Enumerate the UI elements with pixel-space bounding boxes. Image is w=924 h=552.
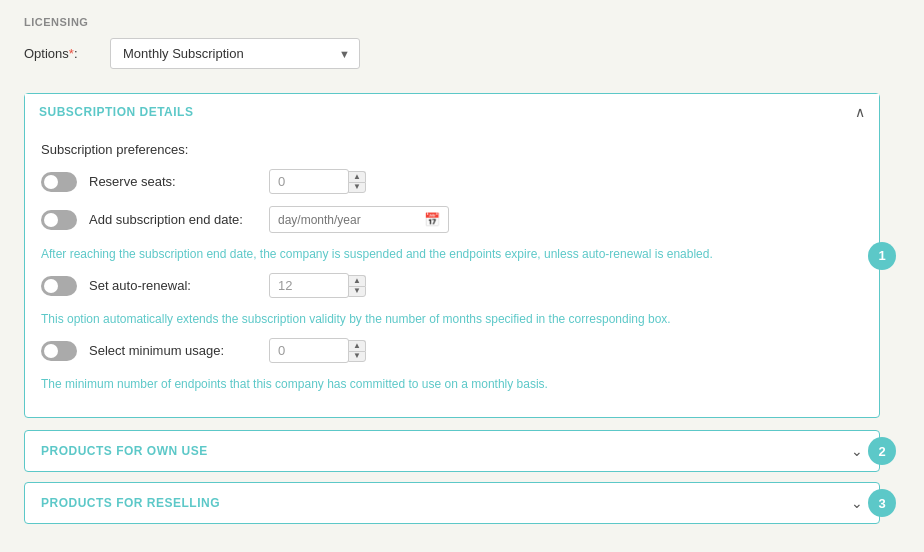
products-own-use-wrapper: PRODUCTS FOR OWN USE ⌄ 2 (24, 430, 880, 472)
info-text-min-usage: The minimum number of endpoints that thi… (41, 375, 863, 393)
step-indicator-1: 1 (868, 242, 896, 270)
end-date-toggle[interactable] (41, 210, 77, 230)
auto-renewal-input[interactable] (269, 273, 349, 298)
min-usage-input-wrapper: ▲ ▼ (269, 338, 366, 363)
reserve-seats-spinner[interactable]: ▲ ▼ (348, 171, 366, 193)
reserve-seats-row: Reserve seats: ▲ ▼ (41, 169, 863, 194)
products-own-use-chevron-icon: ⌄ (851, 443, 863, 459)
options-row: Options*: Monthly SubscriptionAnnual Sub… (24, 38, 900, 69)
products-reselling-title: PRODUCTS FOR RESELLING (41, 496, 220, 510)
subscription-details-section: SUBSCRIPTION DETAILS ∧ Subscription pref… (24, 93, 880, 418)
min-usage-input[interactable] (269, 338, 349, 363)
subscription-details-header[interactable]: SUBSCRIPTION DETAILS ∧ (25, 94, 879, 130)
info-text-auto-renewal: This option automatically extends the su… (41, 310, 863, 328)
auto-renewal-toggle[interactable] (41, 276, 77, 296)
end-date-label: Add subscription end date: (89, 212, 269, 227)
step-indicator-2: 2 (868, 437, 896, 465)
reserve-seats-input[interactable] (269, 169, 349, 194)
chevron-up-icon: ∧ (855, 104, 865, 120)
reserve-seats-input-wrapper: ▲ ▼ (269, 169, 366, 194)
auto-renewal-up-btn[interactable]: ▲ (348, 275, 366, 286)
reserve-seats-down-btn[interactable]: ▼ (348, 182, 366, 193)
products-reselling-wrapper: PRODUCTS FOR RESELLING ⌄ 3 (24, 482, 880, 524)
min-usage-row: Select minimum usage: ▲ ▼ (41, 338, 863, 363)
end-date-input[interactable] (278, 213, 408, 227)
auto-renewal-input-wrapper: ▲ ▼ (269, 273, 366, 298)
min-usage-down-btn[interactable]: ▼ (348, 351, 366, 362)
products-reselling-chevron-icon: ⌄ (851, 495, 863, 511)
subscription-content: Subscription preferences: Reserve seats:… (25, 130, 879, 417)
options-dropdown[interactable]: Monthly SubscriptionAnnual SubscriptionO… (110, 38, 360, 69)
auto-renewal-down-btn[interactable]: ▼ (348, 286, 366, 297)
licensing-page: LICENSING Options*: Monthly Subscription… (0, 0, 924, 550)
calendar-icon: 📅 (424, 212, 440, 227)
licensing-label: LICENSING (24, 16, 900, 28)
auto-renewal-row: Set auto-renewal: ▲ ▼ (41, 273, 863, 298)
reserve-seats-toggle[interactable] (41, 172, 77, 192)
subscription-details-title: SUBSCRIPTION DETAILS (39, 105, 193, 119)
min-usage-up-btn[interactable]: ▲ (348, 340, 366, 351)
auto-renewal-spinner[interactable]: ▲ ▼ (348, 275, 366, 297)
subscription-details-wrapper: SUBSCRIPTION DETAILS ∧ Subscription pref… (24, 93, 880, 418)
preferences-label: Subscription preferences: (41, 142, 863, 157)
min-usage-spinner[interactable]: ▲ ▼ (348, 340, 366, 362)
min-usage-toggle[interactable] (41, 341, 77, 361)
end-date-input-wrapper[interactable]: 📅 (269, 206, 449, 233)
options-label: Options*: (24, 46, 94, 61)
reserve-seats-label: Reserve seats: (89, 174, 269, 189)
auto-renewal-label: Set auto-renewal: (89, 278, 269, 293)
end-date-row: Add subscription end date: 📅 (41, 206, 863, 233)
info-text-end-date: After reaching the subscription end date… (41, 245, 863, 263)
products-reselling-section: PRODUCTS FOR RESELLING ⌄ (24, 482, 880, 524)
reserve-seats-up-btn[interactable]: ▲ (348, 171, 366, 182)
products-own-use-header[interactable]: PRODUCTS FOR OWN USE ⌄ (25, 431, 879, 471)
products-own-use-title: PRODUCTS FOR OWN USE (41, 444, 208, 458)
step-indicator-3: 3 (868, 489, 896, 517)
products-own-use-section: PRODUCTS FOR OWN USE ⌄ (24, 430, 880, 472)
options-dropdown-wrapper[interactable]: Monthly SubscriptionAnnual SubscriptionO… (110, 38, 360, 69)
min-usage-label: Select minimum usage: (89, 343, 269, 358)
products-reselling-header[interactable]: PRODUCTS FOR RESELLING ⌄ (25, 483, 879, 523)
